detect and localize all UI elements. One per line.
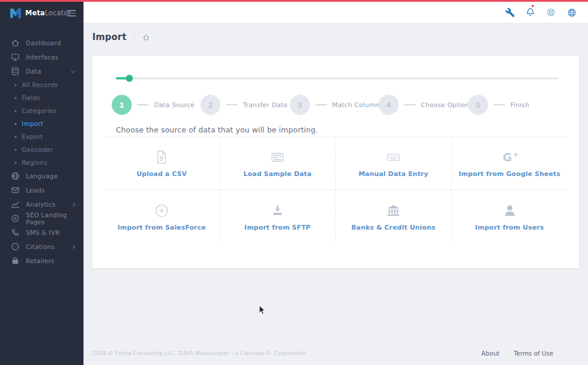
step-dash [315,104,327,105]
footer-links: About Terms of Use [482,350,579,357]
sidebar-item-sms-ivr[interactable]: SMS & IVR [0,225,83,240]
chevron-down-icon [71,69,75,73]
sidebar-item-geocoder[interactable]: Geocoder [0,143,83,156]
sidebar-item-all-records[interactable]: All Records [0,78,83,91]
sidebar-item-regions[interactable]: Regions [0,156,83,169]
sidebar-item-label: SMS & IVR [26,229,60,236]
chevron-right-icon [71,245,75,249]
step-dash [137,104,149,105]
sidebar-item-import[interactable]: Import [0,117,83,130]
step-dash [226,104,238,105]
step-label: Transfer Data [243,101,288,108]
sidebar-item-retailers[interactable]: Retailers [0,254,83,268]
step-number: 4 [379,95,399,115]
download-tray-icon [269,203,286,219]
svg-text:G: G [503,151,512,164]
brand-name: MetaLocator [25,9,71,17]
sidebar-item-categories[interactable]: Categories [0,104,83,117]
sidebar-item-seo-landing-pages[interactable]: SEO Landing Pages [0,211,83,225]
source-label: Import from SFTP [245,224,311,231]
step-match-columns[interactable]: 3 Match Columns [290,95,383,115]
source-manual-data-entry[interactable]: Manual Data Entry [336,137,452,190]
step-label: Match Columns [332,101,383,108]
source-salesforce[interactable]: Import from SalesForce [104,190,220,243]
sidebar-item-citations[interactable]: Citations [0,240,83,254]
sidebar-item-label: Language [26,172,58,180]
bullet-icon [15,97,16,99]
sample-data-icon [269,149,286,165]
progress-knob[interactable] [126,75,133,82]
sidebar-item-data[interactable]: Data [0,64,83,78]
source-label: Load Sample Data [243,170,312,178]
bullet-icon [15,84,16,86]
wizard-steps: 1 Data Source 2 Transfer Data 3 Match Co… [92,95,579,115]
step-label: Choose Options [421,101,473,108]
step-number: 1 [112,95,132,115]
wizard-card: 1 Data Source 2 Transfer Data 3 Match Co… [92,56,579,268]
step-choose-options[interactable]: 4 Choose Options [379,95,473,115]
wrench-icon [505,8,515,18]
source-sftp[interactable]: Import from SFTP [220,190,336,243]
sidebar-item-fields[interactable]: Fields [0,91,83,104]
logo[interactable]: MetaLocator [0,2,83,24]
chevron-right-icon [71,203,75,207]
notifications-button[interactable] [524,6,536,18]
source-users[interactable]: Import from Users [452,190,567,243]
brand-bold: Meta [25,9,45,17]
progress-fill [116,77,129,79]
step-data-source[interactable]: 1 Data Source [112,95,195,115]
top-accent-line [0,0,588,2]
source-label: Manual Data Entry [359,170,429,178]
step-finish[interactable]: 5 Finish [468,95,529,115]
home-breadcrumb-icon[interactable] [142,34,150,41]
bullet-icon [15,123,16,125]
account-button[interactable] [566,6,577,18]
source-label: Import from Users [475,224,544,231]
progress-bar[interactable] [116,77,559,79]
sidebar-item-dashboard[interactable]: Dashboard [0,36,83,50]
step-transfer-data[interactable]: 2 Transfer Data [201,95,288,115]
sidebar-item-interfaces[interactable]: Interfaces [0,50,83,64]
sidebar-item-leads[interactable]: Leads [0,183,83,197]
globe-icon [11,171,20,181]
sub-item-label: Geocoder [22,146,53,153]
globe-avatar-icon [566,7,577,18]
step-label: Data Source [154,101,195,108]
wrench-button[interactable] [504,6,516,18]
download-circle-icon [153,203,170,219]
user-icon [502,203,518,219]
csv-file-icon [153,149,170,165]
source-upload-csv[interactable]: Upload a CSV [104,137,220,190]
support-button[interactable] [545,6,557,18]
sub-item-label: Import [22,120,44,127]
step-number: 5 [468,95,488,115]
bag-icon [11,256,20,266]
hamburger-menu-icon[interactable] [67,10,76,18]
chart-icon [11,200,20,209]
step-label: Finish [510,101,529,108]
source-load-sample-data[interactable]: Load Sample Data [220,137,336,190]
wizard-instruction: Choose the source of data that you will … [116,125,318,134]
sidebar-item-analytics[interactable]: Analytics [0,197,83,211]
notification-dot [532,5,534,7]
envelope-icon [11,185,20,195]
sidebar-item-label: Analytics [26,201,55,208]
sidebar-item-export[interactable]: Export [0,130,83,143]
source-banks-credit-unions[interactable]: Banks & Credit Unions [336,190,452,243]
terms-of-use-link[interactable]: Terms of Use [514,350,553,357]
breadcrumb-divider [134,32,135,42]
copyright-text: 2018 © Fatica Consulting LLC, D/B/A Meta… [92,350,306,356]
citation-icon [11,242,20,251]
step-dash [404,104,416,105]
step-dash [493,104,505,105]
about-link[interactable]: About [482,350,500,357]
step-number: 3 [290,95,310,115]
source-google-sheets[interactable]: G+ Import from Google Sheets [452,137,567,190]
sidebar-item-label: Dashboard [26,39,61,47]
sidebar-item-label: Data [26,68,41,75]
sidebar-item-language[interactable]: Language [0,169,83,183]
source-grid: Upload a CSV Load Sample Data Manual Dat… [104,137,567,243]
sidebar-item-label: Leads [26,187,45,194]
support-ring-icon [546,7,556,18]
bullet-icon [15,162,16,164]
